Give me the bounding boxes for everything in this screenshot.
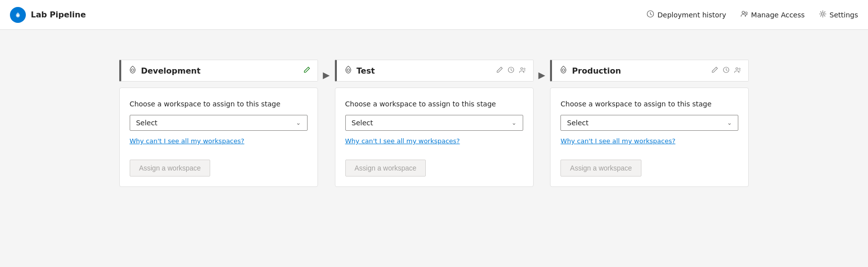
stage-production: Production	[550, 60, 749, 187]
manage-access-label: Manage Access	[751, 11, 805, 19]
test-stage-icon	[344, 65, 353, 76]
production-history-icon[interactable]	[722, 66, 730, 76]
stage-test-header-left: Test	[344, 65, 375, 76]
stage-test-header: Test	[335, 60, 534, 82]
test-select[interactable]: Select ⌄	[345, 115, 523, 131]
main-content: Development Choose a workspace to assign…	[0, 30, 868, 207]
stage-development: Development Choose a workspace to assign…	[119, 60, 318, 187]
development-stage-icon	[128, 65, 137, 76]
production-select-text: Select	[567, 119, 588, 127]
app-logo	[10, 7, 26, 23]
stage-production-header-left: Production	[559, 65, 621, 76]
svg-point-7	[347, 69, 349, 72]
svg-point-11	[562, 69, 565, 72]
production-stage-name: Production	[572, 66, 621, 76]
development-card-label: Choose a workspace to assign to this sta…	[130, 100, 308, 108]
stage-development-header-left: Development	[128, 65, 201, 76]
svg-point-4	[745, 12, 747, 14]
development-assign-button[interactable]: Assign a workspace	[130, 160, 211, 177]
header-left: Lab Pipeline	[10, 7, 86, 23]
stage-production-header: Production	[550, 60, 749, 82]
manage-access-button[interactable]: Manage Access	[740, 10, 805, 20]
production-header-actions	[711, 66, 741, 76]
development-workspace-link[interactable]: Why can't I see all my workspaces?	[130, 137, 244, 145]
svg-point-14	[739, 68, 740, 70]
deployment-history-label: Deployment history	[657, 11, 726, 19]
svg-point-9	[521, 68, 523, 70]
svg-point-1	[17, 14, 19, 16]
stage-test: Test	[335, 60, 534, 187]
production-edit-icon[interactable]	[711, 66, 718, 76]
development-stage-name: Development	[141, 66, 201, 76]
test-workspace-link[interactable]: Why can't I see all my workspaces?	[345, 137, 460, 145]
development-chevron-icon: ⌄	[296, 119, 301, 126]
production-stage-icon	[559, 65, 568, 76]
test-history-icon[interactable]	[507, 66, 515, 76]
svg-point-10	[524, 68, 525, 70]
development-select[interactable]: Select ⌄	[130, 115, 308, 131]
test-card-label: Choose a workspace to assign to this sta…	[345, 100, 523, 108]
manage-access-icon	[740, 10, 748, 20]
test-assign-button[interactable]: Assign a workspace	[345, 160, 426, 177]
development-select-text: Select	[136, 119, 158, 127]
production-workspace-link[interactable]: Why can't I see all my workspaces?	[560, 137, 675, 145]
settings-label: Settings	[830, 11, 858, 19]
header: Lab Pipeline Deployment history Manag	[0, 0, 868, 30]
production-stage-card: Choose a workspace to assign to this sta…	[550, 88, 749, 187]
test-users-icon[interactable]	[519, 66, 526, 76]
production-card-label: Choose a workspace to assign to this sta…	[560, 100, 738, 108]
svg-point-13	[736, 68, 738, 70]
test-chevron-icon: ⌄	[511, 119, 516, 126]
settings-button[interactable]: Settings	[819, 10, 858, 20]
development-stage-card: Choose a workspace to assign to this sta…	[119, 88, 318, 187]
app-title: Lab Pipeline	[31, 10, 86, 19]
production-chevron-icon: ⌄	[727, 119, 732, 126]
history-icon	[646, 10, 654, 20]
test-header-actions	[496, 66, 526, 76]
development-header-actions	[303, 66, 311, 76]
development-edit-icon[interactable]	[303, 66, 311, 76]
test-stage-name: Test	[357, 66, 375, 76]
production-select[interactable]: Select ⌄	[560, 115, 738, 131]
arrow-dev-to-test: ▶	[323, 60, 330, 80]
svg-point-3	[742, 11, 744, 13]
header-right: Deployment history Manage Access Setti	[646, 10, 858, 20]
test-edit-icon[interactable]	[496, 66, 503, 76]
production-users-icon[interactable]	[734, 66, 741, 76]
arrow-test-to-prod: ▶	[539, 60, 546, 80]
settings-icon	[819, 10, 827, 20]
svg-point-6	[131, 69, 134, 72]
deployment-history-button[interactable]: Deployment history	[646, 10, 726, 20]
test-select-text: Select	[352, 119, 373, 127]
production-assign-button[interactable]: Assign a workspace	[560, 160, 641, 177]
test-stage-card: Choose a workspace to assign to this sta…	[335, 88, 534, 187]
svg-point-5	[821, 12, 824, 15]
stage-development-header: Development	[119, 60, 318, 82]
